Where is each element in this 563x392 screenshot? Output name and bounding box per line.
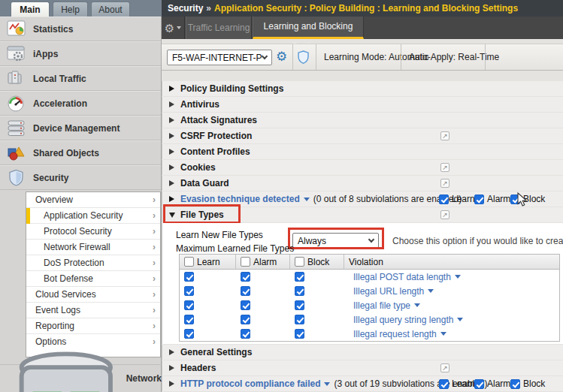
section-antivirus[interactable]: Antivirus xyxy=(162,97,563,112)
learn-checkbox[interactable] xyxy=(184,329,194,339)
chevron-down-icon xyxy=(262,53,268,59)
dropdown-caret-icon[interactable] xyxy=(428,289,434,293)
submenu-item-protocol-security[interactable]: Protocol Security› xyxy=(26,224,160,240)
policy-select[interactable]: F5-WAF-INTERNET-Policy xyxy=(167,50,272,65)
section-data-guard[interactable]: Data Guard xyxy=(162,176,563,191)
submenu-item-dos-protection[interactable]: DoS Protection› xyxy=(26,255,160,271)
submenu-item-network-firewall[interactable]: Network Firewall› xyxy=(26,240,160,255)
section-label: Antivirus xyxy=(180,99,219,110)
block-all-checkbox[interactable] xyxy=(295,257,304,267)
table-row: Illegal request length xyxy=(180,327,559,341)
section-csrf-protection[interactable]: CSRF Protection xyxy=(162,128,563,143)
block-checkbox[interactable] xyxy=(295,315,304,324)
tab-about[interactable]: About xyxy=(91,2,130,17)
block-checkbox[interactable] xyxy=(295,300,304,310)
dropdown-caret-icon[interactable] xyxy=(440,332,446,336)
learn-checkbox[interactable] xyxy=(184,272,194,282)
section-content-profiles[interactable]: Content Profiles xyxy=(162,144,563,159)
section-label: Attack Signatures xyxy=(180,115,257,125)
sidebar-item-acceleration[interactable]: Acceleration xyxy=(0,91,161,116)
sidebar-item-security[interactable]: Security xyxy=(0,165,161,190)
http-block-checkbox[interactable] xyxy=(510,379,520,389)
column-label: Block xyxy=(307,257,329,267)
dropdown-caret-icon[interactable] xyxy=(324,382,330,386)
policy-settings-gear-icon[interactable]: ⚙ xyxy=(276,50,287,63)
section-general-settings[interactable]: General Settings xyxy=(162,345,563,360)
section-attack-signatures[interactable]: Attack Signatures xyxy=(162,113,563,128)
violation-link[interactable]: Illegal POST data length xyxy=(349,272,451,282)
section-http-protocol-compliance[interactable]: HTTP protocol compliance failed (3 out o… xyxy=(162,376,563,391)
dropdown-caret-icon[interactable] xyxy=(414,303,420,307)
sidebar-item-local-traffic[interactable]: Local Traffic xyxy=(0,66,161,91)
dropdown-caret-icon[interactable] xyxy=(457,318,463,321)
external-link-icon[interactable] xyxy=(440,210,449,219)
sidebar-item-network[interactable]: Network xyxy=(0,364,162,391)
expand-triangle-icon xyxy=(169,381,174,387)
sidebar-item-device-management[interactable]: Device Management xyxy=(0,116,161,140)
submenu-item-event-logs[interactable]: Event Logs› xyxy=(26,303,160,318)
http-alarm-checkbox[interactable] xyxy=(474,379,484,389)
violation-link[interactable]: Illegal file type xyxy=(349,300,410,311)
evasion-alarm-checkbox[interactable] xyxy=(474,194,484,204)
dropdown-caret-icon[interactable] xyxy=(304,198,310,201)
evasion-technique-link[interactable]: Evasion technique detected xyxy=(180,194,300,204)
learn-checkbox[interactable] xyxy=(184,286,194,296)
evasion-learn-checkbox[interactable] xyxy=(439,194,449,204)
external-link-icon[interactable] xyxy=(440,163,449,172)
policy-shield-icon[interactable] xyxy=(298,50,309,64)
violations-table: Learn Alarm Block Violation Illegal POST… xyxy=(179,254,560,342)
shared-objects-icon xyxy=(6,143,26,162)
section-headers[interactable]: Headers xyxy=(162,360,563,375)
alarm-checkbox[interactable] xyxy=(241,315,250,324)
section-cookies[interactable]: Cookies xyxy=(162,160,563,175)
external-link-icon[interactable] xyxy=(440,363,449,372)
violation-link[interactable]: Illegal request length xyxy=(349,329,437,339)
tab-help[interactable]: Help xyxy=(53,2,88,17)
submenu-item-bot-defense[interactable]: Bot Defense› xyxy=(26,271,160,287)
section-evasion-technique[interactable]: Evasion technique detected (0 out of 8 s… xyxy=(162,191,563,207)
http-learn-checkbox[interactable] xyxy=(439,379,449,389)
alarm-checkbox[interactable] xyxy=(241,286,250,296)
expand-triangle-icon xyxy=(169,117,174,123)
violation-link[interactable]: Illegal query string length xyxy=(349,315,453,325)
external-link-icon[interactable] xyxy=(440,131,449,140)
learn-checkbox[interactable] xyxy=(184,315,194,324)
external-link-icon[interactable] xyxy=(440,179,449,188)
alarm-checkbox[interactable] xyxy=(241,329,250,339)
learn-all-checkbox[interactable] xyxy=(184,257,194,267)
tab-gear-menu[interactable]: ⚙ xyxy=(162,17,185,39)
block-checkbox[interactable] xyxy=(295,286,304,296)
tab-traffic-learning[interactable]: Traffic Learning xyxy=(186,17,252,39)
tab-main[interactable]: Main xyxy=(11,2,50,17)
header-learn: Learn xyxy=(180,255,236,269)
block-checkbox[interactable] xyxy=(295,272,304,282)
submenu-item-cloud-services[interactable]: Cloud Services› xyxy=(26,287,160,303)
policy-select-value: F5-WAF-INTERNET-Policy xyxy=(172,53,262,63)
http-protocol-compliance-link[interactable]: HTTP protocol compliance failed xyxy=(180,378,320,389)
checkbox-label: Alarm xyxy=(487,378,510,389)
sidebar-item-label: Shared Objects xyxy=(33,148,99,158)
sidebar-item-statistics[interactable]: Statistics xyxy=(0,17,161,41)
sidebar-item-label: Device Management xyxy=(33,123,120,134)
section-label: General Settings xyxy=(180,347,252,357)
sidebar-item-iapps[interactable]: iApps xyxy=(0,41,161,66)
alarm-checkbox[interactable] xyxy=(241,272,250,282)
section-file-types[interactable]: File Types xyxy=(162,207,563,222)
submenu-item-application-security[interactable]: Application Security› xyxy=(26,208,160,224)
submenu-item-overview[interactable]: Overview› xyxy=(26,192,160,208)
violation-link[interactable]: Illegal URL length xyxy=(349,286,424,297)
block-checkbox[interactable] xyxy=(295,329,304,339)
tab-learning-blocking-settings[interactable]: Learning and Blocking Settings xyxy=(253,17,364,39)
dropdown-caret-icon[interactable] xyxy=(455,275,461,279)
http-block-group: Block xyxy=(510,378,545,389)
alarm-checkbox[interactable] xyxy=(241,300,250,310)
learn-new-file-types-select[interactable]: Always xyxy=(292,233,379,249)
section-policy-building-settings[interactable]: Policy Building Settings xyxy=(162,81,563,96)
section-label: File Types xyxy=(180,210,224,220)
evasion-block-checkbox[interactable] xyxy=(510,194,520,204)
alarm-all-checkbox[interactable] xyxy=(241,257,250,267)
column-label: Learn xyxy=(197,257,220,267)
sidebar-item-shared-objects[interactable]: Shared Objects xyxy=(0,140,161,165)
learn-checkbox[interactable] xyxy=(184,300,194,310)
chevron-right-icon: › xyxy=(153,287,156,303)
